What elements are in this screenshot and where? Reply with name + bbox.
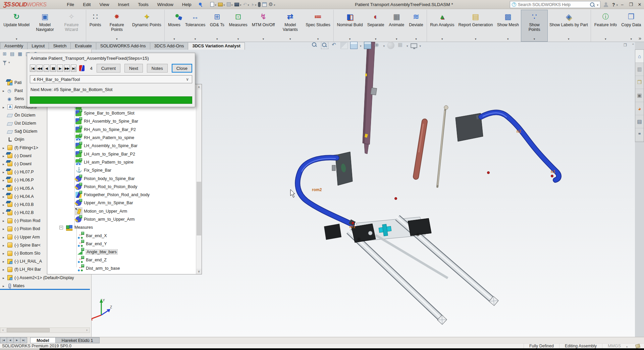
close-dialog-button[interactable]: Close [172, 64, 192, 73]
chevron-down-icon[interactable] [116, 36, 118, 42]
file-explorer-tab[interactable]: ▣ [635, 89, 644, 102]
expand-arrow-icon[interactable] [3, 283, 7, 288]
step-back-button[interactable] [44, 64, 49, 72]
scroll-down-icon[interactable]: ∨ [196, 269, 202, 274]
chevron-down-icon[interactable]: ∨ [186, 77, 189, 82]
chevron-down-icon[interactable] [173, 36, 175, 42]
save-caret-icon[interactable] [231, 2, 233, 7]
moves-tree-item[interactable]: Motion_on_Upper_Arm [47, 207, 196, 215]
configuration-manager-tab-icon[interactable]: ▦ [18, 51, 22, 56]
display-style-icon[interactable] [364, 42, 371, 49]
login-user-icon[interactable] [603, 2, 609, 7]
restore-button[interactable]: ❐ [627, 2, 635, 7]
menu-item[interactable]: File [62, 1, 78, 8]
current-button[interactable]: Current [97, 64, 120, 73]
notes-button[interactable]: Notes [147, 64, 168, 73]
ribbon-button[interactable]: Measures [227, 10, 250, 42]
moves-tree-item[interactable]: Bar_end_Y [47, 240, 196, 248]
new-document-button[interactable] [210, 2, 216, 7]
new-caret-icon[interactable] [215, 2, 216, 7]
command-tab[interactable]: Layout [27, 42, 49, 50]
last-tab-icon[interactable] [20, 337, 27, 343]
moves-tree-item[interactable]: Angle_btw_bars [47, 248, 196, 256]
chevron-down-icon[interactable] [605, 36, 606, 42]
moves-tree-item[interactable]: Fixtogether_Piston_Rod_and_body [47, 191, 196, 199]
chevron-down-icon[interactable] [263, 36, 264, 42]
ribbon-overflow-button[interactable]: » [639, 35, 641, 41]
chevron-down-icon[interactable] [415, 36, 417, 42]
chevron-down-icon[interactable] [237, 36, 239, 42]
edit-appearance-icon[interactable] [387, 42, 394, 49]
ribbon-button[interactable]: MTM On/Off [250, 10, 277, 42]
next-tab-icon[interactable] [13, 337, 20, 343]
chevron-down-icon[interactable] [216, 36, 218, 42]
expand-arrow-icon[interactable] [3, 226, 7, 231]
command-tab[interactable]: 3DCS Add-Ons [150, 42, 189, 50]
moves-tree-item[interactable]: RH_Asm_to_Spine_Bar_P2 [47, 126, 196, 134]
rebuild-button[interactable] [258, 2, 261, 7]
expand-arrow-icon[interactable] [3, 275, 7, 280]
ribbon-button[interactable]: Model Variants [277, 10, 304, 42]
property-manager-tab-icon[interactable]: ▤ [10, 51, 14, 56]
ribbon-button[interactable]: Animate [386, 10, 407, 42]
open-caret-icon[interactable] [223, 2, 225, 7]
command-tab[interactable]: Evaluate [70, 42, 96, 50]
moves-tree-item[interactable]: Dist_arm_to_base [47, 264, 196, 272]
ribbon-button[interactable]: Feature Points [104, 10, 130, 42]
expand-arrow-icon[interactable] [3, 251, 7, 256]
collapse-ribbon-icon[interactable]: ⌃ [632, 43, 635, 47]
menu-item[interactable]: Help [178, 1, 196, 8]
expand-arrow-icon[interactable] [3, 105, 7, 110]
play-button[interactable] [57, 64, 63, 72]
view-orientation-icon[interactable] [350, 42, 358, 49]
search-input[interactable] [518, 2, 588, 7]
appearances-tab[interactable]: ◕ [635, 102, 644, 115]
expand-arrow-icon[interactable] [3, 218, 7, 223]
moves-tree-item[interactable]: Fix_Spine_Bar [47, 166, 196, 174]
forum-tab[interactable]: ❝ [635, 128, 644, 141]
moves-tree-item[interactable]: Measures [47, 223, 196, 231]
filter-funnel-icon[interactable] [3, 61, 7, 63]
view-orientation-caret-icon[interactable] [360, 43, 362, 48]
chevron-down-icon[interactable] [289, 36, 291, 42]
view-settings-icon[interactable] [411, 43, 417, 48]
file-properties-button[interactable] [262, 2, 267, 7]
help-button[interactable]: ? [612, 2, 615, 7]
first-tab-icon[interactable] [0, 337, 7, 343]
chevron-down-icon[interactable] [441, 36, 443, 42]
previous-view-icon[interactable] [331, 42, 338, 49]
ribbon-button[interactable]: Feature Wizard [58, 10, 85, 42]
minimize-button[interactable]: – [618, 2, 627, 7]
hide-show-items-icon[interactable] [374, 42, 381, 49]
feature-tree-tab-icon[interactable]: ⊞ [3, 51, 7, 56]
ribbon-button[interactable]: Dynamic Points [130, 10, 163, 42]
units-caret-icon[interactable] [626, 344, 628, 348]
apply-scene-caret-icon[interactable] [407, 43, 408, 48]
command-tab[interactable]: SOLIDWORKS Add-Ins [96, 42, 150, 50]
moves-tree-item[interactable]: LH_asm_Pattern_to_spine [47, 158, 196, 166]
chevron-down-icon[interactable] [534, 36, 535, 42]
vertical-scrollbar[interactable]: ∧ ∨ [196, 84, 202, 274]
view-settings-caret-icon[interactable] [420, 43, 421, 48]
scrollbar-thumb[interactable] [7, 328, 50, 332]
zoom-to-area-icon[interactable] [321, 42, 328, 49]
moves-tree-item[interactable]: Piston_arm_to_Upper_Arm [47, 215, 196, 223]
ribbon-button[interactable]: Show Points [521, 10, 547, 42]
home-tab[interactable]: ⌂ [635, 50, 644, 63]
menu-item[interactable]: View [95, 1, 113, 8]
ribbon-button[interactable]: Points [86, 10, 104, 42]
panel-splitter[interactable] [0, 289, 90, 290]
menu-item[interactable]: Edit [78, 1, 95, 8]
apply-scene-icon[interactable] [397, 42, 404, 49]
moves-tree-item[interactable]: LH_Assembly_to_Spine_Bar [47, 142, 196, 150]
ribbon-button[interactable]: Nominal Build [333, 10, 365, 42]
chevron-down-icon[interactable] [16, 36, 17, 42]
ribbon-button[interactable]: Model Navigator [32, 10, 58, 42]
zoom-to-fit-icon[interactable] [311, 42, 319, 49]
search-caret-icon[interactable] [597, 2, 598, 7]
ribbon-button[interactable]: Report Generation [457, 10, 495, 42]
expand-arrow-icon[interactable] [3, 88, 7, 93]
pin-menu-icon[interactable] [199, 3, 202, 6]
feature-tree-item[interactable]: (-) Assem2<1> (Default<Display [0, 274, 91, 282]
skip-to-end-button[interactable] [71, 64, 76, 72]
